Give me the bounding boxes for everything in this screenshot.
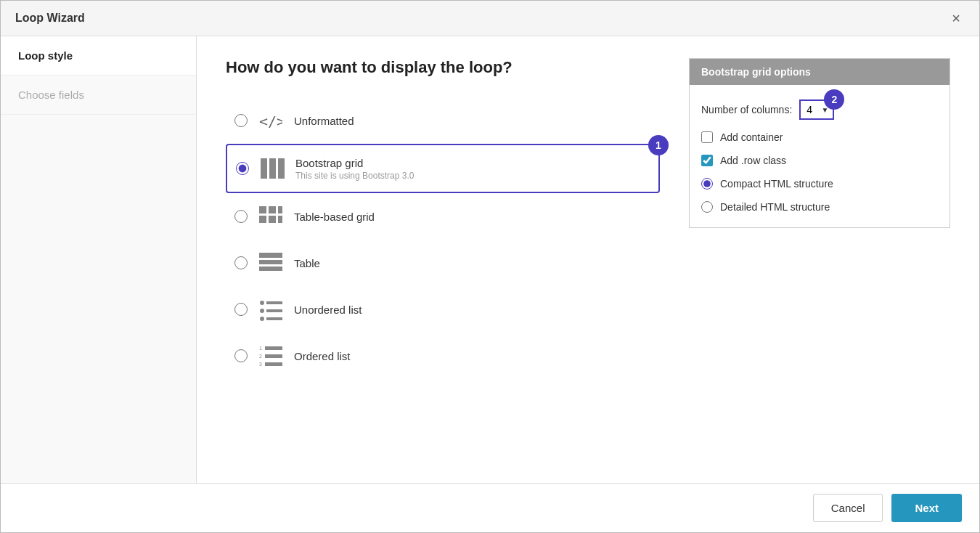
svg-rect-8: [269, 216, 276, 223]
detailed-html-label[interactable]: Detailed HTML structure: [720, 201, 830, 213]
option-unformatted-text: Unformatted: [294, 115, 354, 127]
svg-rect-6: [278, 206, 282, 213]
dialog-title: Loop Wizard: [15, 12, 85, 25]
icon-unordered-list: [258, 296, 284, 322]
options-panel-header: Bootstrap grid options: [690, 59, 950, 85]
compact-html-radio[interactable]: [701, 178, 713, 190]
svg-text:2: 2: [259, 354, 262, 359]
detailed-html-row: Detailed HTML structure: [701, 201, 938, 213]
option-unformatted[interactable]: </> Unformatted: [226, 97, 660, 144]
columns-row: Number of columns: 1 2 3 4 5: [701, 99, 938, 120]
cancel-button[interactable]: Cancel: [813, 494, 883, 522]
close-button[interactable]: ×: [947, 9, 965, 27]
svg-point-15: [260, 309, 264, 313]
svg-point-13: [260, 301, 264, 305]
icon-table: [258, 250, 284, 276]
main-content: How do you want to display the loop? </>…: [197, 36, 979, 483]
add-container-label[interactable]: Add container: [720, 131, 783, 143]
option-table-based-grid-text: Table-based grid: [294, 211, 375, 223]
add-row-class-checkbox[interactable]: [701, 155, 713, 166]
add-row-class-row: Add .row class: [701, 155, 938, 166]
loop-options: </> Unformatted: [226, 97, 660, 379]
svg-rect-3: [278, 158, 285, 179]
svg-rect-4: [259, 206, 266, 213]
columns-label: Number of columns:: [701, 104, 792, 115]
option-table-based-grid[interactable]: Table-based grid: [226, 193, 660, 240]
option-bootstrap-grid-text: Bootstrap grid This site is using Bootst…: [295, 157, 414, 181]
svg-text:</>: </>: [259, 113, 282, 130]
dialog-footer: Cancel Next: [1, 483, 979, 532]
icon-ordered-list: 1 2 3: [258, 343, 284, 369]
option-table[interactable]: Table: [226, 240, 660, 286]
next-button[interactable]: Next: [891, 494, 962, 522]
option-table-text: Table: [294, 257, 320, 269]
right-panel: Bootstrap grid options Number of columns…: [689, 58, 950, 461]
svg-rect-5: [269, 206, 276, 213]
radio-table-based-grid[interactable]: [234, 210, 248, 223]
sidebar-item-choose-fields[interactable]: Choose fields: [1, 76, 196, 115]
radio-bootstrap-grid[interactable]: [236, 162, 249, 175]
loop-wizard-dialog: Loop Wizard × Loop style Choose fields H…: [0, 0, 980, 533]
add-container-checkbox[interactable]: [701, 131, 713, 143]
svg-rect-24: [265, 362, 282, 366]
compact-html-label[interactable]: Compact HTML structure: [720, 178, 833, 190]
detailed-html-radio[interactable]: [701, 201, 713, 213]
option-ordered-list[interactable]: 1 2 3 Ordered list: [226, 333, 660, 379]
radio-table[interactable]: [234, 256, 248, 269]
badge-2: 2: [824, 89, 844, 110]
svg-rect-14: [266, 301, 282, 304]
badge-1: 1: [648, 135, 669, 155]
option-ordered-list-text: Ordered list: [294, 350, 351, 362]
option-bootstrap-grid[interactable]: Bootstrap grid This site is using Bootst…: [226, 144, 660, 193]
svg-rect-12: [259, 266, 282, 271]
radio-unformatted[interactable]: [234, 114, 248, 127]
sidebar: Loop style Choose fields: [1, 36, 197, 483]
dialog-header: Loop Wizard ×: [1, 1, 979, 36]
svg-rect-2: [269, 158, 276, 179]
sidebar-item-loop-style[interactable]: Loop style: [1, 36, 196, 76]
option-unordered-list-text: Unordered list: [294, 304, 362, 316]
svg-rect-22: [265, 354, 282, 358]
icon-bootstrap-grid: [259, 155, 285, 182]
radio-ordered-list[interactable]: [234, 349, 248, 362]
add-row-class-label[interactable]: Add .row class: [720, 155, 786, 166]
icon-unformatted: </>: [258, 107, 284, 134]
compact-html-row: Compact HTML structure: [701, 178, 938, 190]
radio-unordered-list[interactable]: [234, 303, 248, 316]
svg-rect-11: [259, 260, 282, 264]
svg-text:1: 1: [259, 346, 262, 351]
svg-point-17: [260, 317, 264, 321]
options-panel-body: Number of columns: 1 2 3 4 5: [690, 85, 950, 227]
svg-rect-9: [278, 216, 282, 223]
main-heading: How do you want to display the loop?: [226, 58, 660, 77]
svg-rect-18: [266, 317, 282, 320]
svg-text:3: 3: [259, 362, 262, 367]
option-unordered-list[interactable]: Unordered list: [226, 286, 660, 333]
svg-rect-7: [259, 216, 266, 223]
bootstrap-options-panel: Bootstrap grid options Number of columns…: [689, 58, 950, 228]
left-panel: How do you want to display the loop? </>…: [226, 58, 660, 461]
dialog-body: Loop style Choose fields How do you want…: [1, 36, 979, 483]
svg-rect-1: [261, 158, 267, 179]
svg-rect-10: [259, 253, 282, 258]
icon-table-based-grid: [258, 203, 284, 229]
svg-rect-16: [266, 309, 282, 312]
svg-rect-20: [265, 346, 282, 350]
add-container-row: Add container: [701, 131, 938, 143]
